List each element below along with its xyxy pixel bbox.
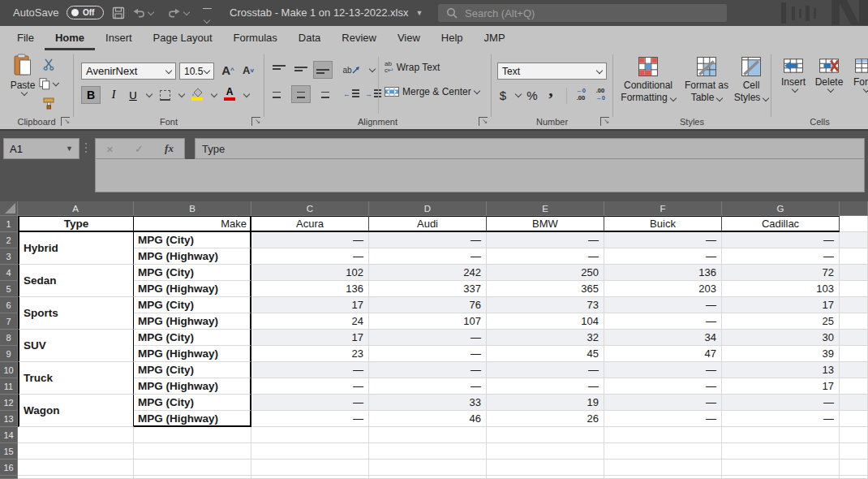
grid-cell[interactable]: 32: [487, 330, 604, 346]
format-as-table-button[interactable]: Format as Table: [681, 57, 732, 104]
grid-cell[interactable]: 17: [251, 330, 369, 346]
orientation-button[interactable]: ab: [342, 61, 361, 79]
grid-cell[interactable]: [134, 460, 251, 476]
copy-button[interactable]: [39, 75, 58, 93]
search-input[interactable]: Search (Alt+Q): [438, 4, 727, 22]
row-header[interactable]: 4: [0, 265, 18, 281]
grid-cell[interactable]: —: [604, 362, 722, 378]
tab-file[interactable]: File: [6, 28, 45, 50]
delete-cells-button[interactable]: Delete: [812, 58, 846, 92]
grid-cell[interactable]: [840, 378, 868, 395]
column-header[interactable]: B: [134, 201, 251, 216]
grid-cell[interactable]: 104: [487, 313, 604, 330]
grid-cell[interactable]: MPG (Highway): [134, 411, 251, 427]
grid-cell[interactable]: [840, 330, 868, 346]
grid-cell[interactable]: [840, 248, 868, 265]
fill-color-button[interactable]: [187, 84, 207, 102]
grid-cell[interactable]: 72: [722, 265, 840, 281]
grid-cell[interactable]: —: [604, 378, 722, 395]
grid-cell[interactable]: 76: [369, 297, 487, 313]
grid-cell[interactable]: 46: [369, 411, 487, 427]
grid-cell[interactable]: 337: [369, 281, 487, 297]
grid-cell[interactable]: 102: [251, 265, 369, 281]
row-header[interactable]: 6: [0, 297, 18, 313]
undo-button[interactable]: [132, 6, 153, 19]
row-header[interactable]: 16: [0, 460, 18, 476]
row-header[interactable]: 15: [0, 443, 18, 460]
grid-cell[interactable]: Cadillac: [722, 216, 840, 232]
row-header[interactable]: 1: [0, 216, 18, 232]
grid-cell[interactable]: [840, 232, 868, 248]
number-format-select[interactable]: Text: [497, 63, 607, 80]
grid-cell[interactable]: 30: [722, 330, 840, 346]
grid-cell[interactable]: 39: [722, 346, 840, 362]
grid-cell[interactable]: [251, 460, 369, 476]
increase-decimal-button[interactable]: ←0.00: [571, 86, 591, 104]
grid-cell[interactable]: [487, 443, 604, 460]
row-header[interactable]: 12: [0, 395, 18, 411]
grid-cell[interactable]: Make: [134, 216, 251, 232]
conditional-formatting-button[interactable]: Conditional Formatting: [617, 57, 680, 104]
grid-cell[interactable]: [722, 443, 840, 460]
grid-cell[interactable]: [840, 427, 868, 443]
alignment-dialog-launcher[interactable]: ↘: [479, 117, 488, 126]
grid-cell[interactable]: —: [487, 362, 604, 378]
grid-cell[interactable]: [134, 443, 251, 460]
grid-cell[interactable]: 23: [251, 346, 369, 362]
grid-cell[interactable]: [487, 476, 604, 479]
grid-cell[interactable]: 203: [604, 281, 722, 297]
grid-cell[interactable]: 24: [251, 313, 369, 330]
grid-cell[interactable]: [840, 443, 868, 460]
grid-cell[interactable]: —: [369, 248, 487, 265]
grid-cell[interactable]: —: [722, 232, 840, 248]
grid-cell[interactable]: [840, 313, 868, 330]
row-header[interactable]: 10: [0, 362, 18, 378]
grid-cell[interactable]: —: [722, 411, 840, 427]
grid-cell[interactable]: [722, 460, 840, 476]
decrease-indent-button[interactable]: ←: [342, 85, 361, 103]
grid-cell[interactable]: —: [251, 378, 369, 395]
grid-cell[interactable]: 25: [722, 313, 840, 330]
grid-cell[interactable]: [840, 362, 868, 378]
grid-cell[interactable]: [840, 411, 868, 427]
grid-cell[interactable]: —: [604, 411, 722, 427]
grid-cell[interactable]: MPG (City): [134, 265, 251, 281]
tab-view[interactable]: View: [387, 28, 431, 50]
grid-cell[interactable]: [487, 427, 604, 443]
grid-cell[interactable]: [604, 460, 722, 476]
italic-button[interactable]: I: [104, 86, 123, 104]
borders-dropdown-icon[interactable]: [178, 91, 185, 97]
column-header[interactable]: G: [722, 201, 840, 216]
grid-cell[interactable]: Sports: [18, 297, 134, 330]
grid-cell[interactable]: MPG (Highway): [134, 378, 251, 395]
grid-cell[interactable]: Acura: [251, 216, 369, 232]
cell-styles-button[interactable]: Cell Styles: [733, 57, 769, 104]
grid-cell[interactable]: [840, 395, 868, 411]
formula-bar-resize-handle[interactable]: [85, 143, 87, 153]
insert-function-icon[interactable]: fx: [165, 142, 174, 155]
font-color-dropdown-icon[interactable]: [243, 91, 250, 97]
paste-button[interactable]: Paste: [5, 54, 41, 95]
grid-cell[interactable]: Sedan: [18, 265, 134, 297]
column-header[interactable]: [840, 201, 868, 216]
column-header[interactable]: C: [251, 201, 369, 216]
grid-cell[interactable]: 73: [487, 297, 604, 313]
row-header[interactable]: 13: [0, 411, 18, 427]
align-top-button[interactable]: [269, 61, 289, 79]
number-dialog-launcher[interactable]: ↘: [600, 117, 609, 126]
grid-cell[interactable]: 17: [251, 297, 369, 313]
bold-button[interactable]: B: [81, 86, 101, 104]
grid-cell[interactable]: MPG (City): [134, 232, 251, 248]
font-color-button[interactable]: A: [220, 84, 239, 102]
grid-cell[interactable]: [840, 216, 868, 232]
grid-cell[interactable]: 26: [487, 411, 604, 427]
grid-cell[interactable]: [18, 443, 134, 460]
row-header[interactable]: 14: [0, 427, 18, 443]
grow-font-button[interactable]: A^: [218, 61, 238, 79]
grid-cell[interactable]: [840, 460, 868, 476]
comma-style-button[interactable]: ,: [545, 81, 556, 99]
align-bottom-button[interactable]: [313, 61, 333, 79]
font-dialog-launcher[interactable]: ↘: [251, 117, 260, 126]
font-size-select[interactable]: 10.5: [179, 63, 214, 80]
grid-cell[interactable]: —: [487, 378, 604, 395]
